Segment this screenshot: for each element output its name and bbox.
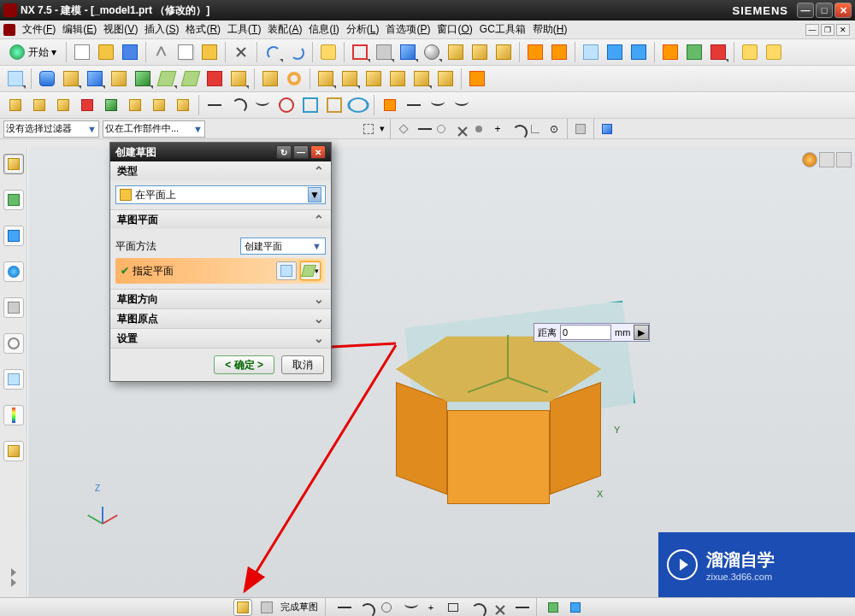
doc-minimize-button[interactable]: — xyxy=(805,24,819,36)
reuse-library-tab[interactable] xyxy=(3,226,24,246)
sk-point-button[interactable]: + xyxy=(422,600,439,615)
section-direction-header[interactable]: 草图方向 ⌄ xyxy=(110,290,331,308)
new-file-button[interactable] xyxy=(71,41,93,63)
intersect-button[interactable] xyxy=(363,67,385,90)
sketch-task-button[interactable] xyxy=(233,599,252,616)
split-body-button[interactable] xyxy=(410,67,433,90)
finish-sketch-grid-icon[interactable] xyxy=(257,599,276,616)
move-object-button[interactable] xyxy=(683,41,705,63)
sk-dimension-button[interactable] xyxy=(567,600,584,615)
surface-4-button[interactable] xyxy=(76,94,98,116)
feature-button[interactable] xyxy=(707,41,729,63)
circle-button[interactable] xyxy=(275,94,298,116)
process-studio-tab[interactable] xyxy=(3,441,24,461)
sk-line-button[interactable] xyxy=(333,600,351,615)
menu-analysis[interactable]: 分析(L) xyxy=(343,22,383,37)
paste-button[interactable] xyxy=(198,41,221,63)
mirror-button[interactable] xyxy=(466,67,488,90)
measure-angle-button[interactable] xyxy=(628,41,650,63)
roles-tab[interactable] xyxy=(3,369,24,390)
cut-button[interactable] xyxy=(150,41,173,63)
sk-rect-button[interactable] xyxy=(445,600,462,615)
wcs-display-button[interactable] xyxy=(598,120,616,138)
render-style-button[interactable] xyxy=(373,41,395,63)
type-dropdown[interactable]: 在平面上 ▼ xyxy=(115,185,326,204)
snap-quadrant-button[interactable] xyxy=(470,120,487,138)
layer-button[interactable] xyxy=(524,41,546,63)
sk-arc-button[interactable] xyxy=(356,600,373,615)
web-browser-tab[interactable] xyxy=(3,261,24,282)
sk-fillet-button[interactable] xyxy=(467,600,484,615)
sk-trim-button[interactable] xyxy=(489,600,506,615)
pattern-feature-button[interactable] xyxy=(227,67,250,90)
surface-2-button[interactable] xyxy=(28,94,50,116)
part-navigator-tab[interactable] xyxy=(3,154,24,174)
spline-button[interactable] xyxy=(251,94,274,116)
sk-extend-button[interactable] xyxy=(511,600,528,615)
menu-gc-toolbox[interactable]: GC工具箱 xyxy=(476,22,529,37)
chamfer-button[interactable] xyxy=(259,67,281,90)
plane-constructor-button[interactable]: ▾ xyxy=(300,261,321,280)
selection-scope-dropdown[interactable]: 仅在工作部件中... ▼ xyxy=(103,120,205,138)
start-button[interactable]: 开始 ▾ xyxy=(3,44,62,61)
extrude-button[interactable] xyxy=(60,67,82,90)
redo-button[interactable] xyxy=(286,41,308,63)
snap-point-button[interactable]: + xyxy=(489,120,506,138)
hole-button[interactable] xyxy=(108,67,130,90)
plane-method-dropdown[interactable]: 创建平面 ▼ xyxy=(240,238,326,255)
surface-7-button[interactable] xyxy=(148,94,170,116)
doc-restore-button[interactable]: ❐ xyxy=(821,24,834,36)
menu-tools[interactable]: 工具(T) xyxy=(224,22,264,37)
subtract-button[interactable] xyxy=(339,67,361,90)
revolve-button[interactable] xyxy=(84,67,106,90)
sk-constraint-button[interactable] xyxy=(545,600,562,615)
render-toggle-icon[interactable] xyxy=(802,152,817,167)
ok-button[interactable]: < 确定 > xyxy=(214,355,274,374)
line-button[interactable] xyxy=(203,94,226,116)
expression-button[interactable] xyxy=(659,41,681,63)
menu-assembly[interactable]: 装配(A) xyxy=(264,22,305,37)
unite-button[interactable] xyxy=(315,67,337,90)
extend-curve-button[interactable] xyxy=(403,94,425,116)
undo-button[interactable] xyxy=(262,41,284,63)
view-fit-button[interactable] xyxy=(349,41,371,63)
open-file-button[interactable] xyxy=(95,41,117,63)
sk-circle-button[interactable] xyxy=(378,600,395,615)
specify-plane-row[interactable]: ✔ 指定平面 ▾ xyxy=(115,258,326,284)
menu-format[interactable]: 格式(R) xyxy=(182,22,224,37)
shell-button[interactable] xyxy=(434,67,457,90)
sel-rect-button[interactable] xyxy=(360,120,377,138)
plane-dialog-button[interactable] xyxy=(276,261,297,280)
offset-curve-button[interactable] xyxy=(427,94,449,116)
toggle-grid-button[interactable] xyxy=(739,41,761,63)
polygon-button[interactable] xyxy=(323,94,345,116)
dialog-title-bar[interactable]: 创建草图 ↻ — ✕ xyxy=(110,143,331,161)
measure-distance-button[interactable] xyxy=(604,41,626,63)
snap-perpendicular-button[interactable] xyxy=(527,120,544,138)
blend-button[interactable] xyxy=(283,67,305,90)
command-finder-button[interactable] xyxy=(317,41,339,63)
wireframe-button[interactable] xyxy=(445,41,467,63)
see-through-button[interactable] xyxy=(469,41,491,63)
menu-help[interactable]: 帮助(H) xyxy=(529,22,571,37)
arc-button[interactable] xyxy=(227,94,250,116)
view-mode-1-button[interactable] xyxy=(819,152,834,167)
assembly-navigator-tab[interactable] xyxy=(3,190,24,210)
snap-near-button[interactable]: ⊙ xyxy=(545,120,563,138)
snap-intersect-button[interactable] xyxy=(451,120,469,138)
distance-input[interactable] xyxy=(560,325,611,340)
rail-collapse-icon[interactable] xyxy=(5,566,22,592)
history-tab[interactable] xyxy=(3,297,24,318)
copy-button[interactable] xyxy=(174,41,197,63)
dialog-minimize-button[interactable]: — xyxy=(293,145,309,159)
save-button[interactable] xyxy=(119,41,141,63)
layer-visible-button[interactable] xyxy=(548,41,570,63)
trim-body-button[interactable] xyxy=(386,67,409,90)
section-settings-header[interactable]: 设置 ⌄ xyxy=(110,329,331,348)
surface-6-button[interactable] xyxy=(124,94,146,116)
maximize-button[interactable]: □ xyxy=(816,3,833,18)
cancel-button[interactable]: 取消 xyxy=(281,355,324,374)
distance-dropdown-button[interactable]: ▶ xyxy=(634,325,649,340)
assembly-nav-button[interactable] xyxy=(580,41,602,63)
menu-info[interactable]: 信息(I) xyxy=(305,22,342,37)
